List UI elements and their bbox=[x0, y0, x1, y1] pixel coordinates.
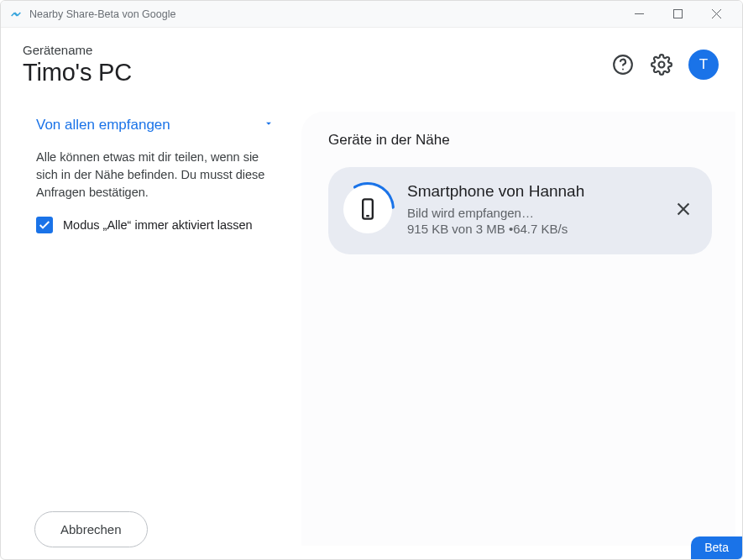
help-button[interactable] bbox=[611, 53, 635, 76]
chevron-down-icon bbox=[263, 117, 275, 133]
phone-icon bbox=[343, 185, 392, 233]
minimize-button[interactable] bbox=[620, 1, 658, 28]
header-actions: T bbox=[611, 50, 719, 80]
cancel-button[interactable]: Abbrechen bbox=[34, 511, 148, 547]
beta-badge: Beta bbox=[691, 536, 742, 559]
always-all-mode-row[interactable]: Modus „Alle“ immer aktiviert lassen bbox=[23, 217, 283, 233]
close-window-button[interactable] bbox=[697, 1, 735, 28]
device-name-label: Gerätename bbox=[23, 43, 611, 57]
device-thumbnail bbox=[343, 185, 392, 233]
sidebar: Von allen empfangen Alle können etwas mi… bbox=[23, 112, 291, 546]
settings-button[interactable] bbox=[650, 53, 673, 76]
device-card-name: Smartphone von Hannah bbox=[407, 182, 657, 201]
cancel-transfer-button[interactable] bbox=[672, 197, 695, 221]
visibility-dropdown-label: Von allen empfangen bbox=[36, 117, 170, 133]
device-name: Timo's PC bbox=[23, 59, 611, 86]
window-title: Nearby Share-Beta von Google bbox=[29, 8, 620, 20]
avatar-initial: T bbox=[699, 56, 708, 73]
device-name-block: Gerätename Timo's PC bbox=[23, 43, 611, 86]
checkbox-checked-icon bbox=[36, 217, 53, 233]
visibility-dropdown[interactable]: Von allen empfangen bbox=[23, 112, 283, 139]
svg-point-6 bbox=[659, 62, 665, 68]
avatar[interactable]: T bbox=[688, 50, 719, 80]
maximize-button[interactable] bbox=[658, 1, 697, 28]
visibility-description: Alle können etwas mit dir teilen, wenn s… bbox=[23, 149, 283, 201]
checkbox-label: Modus „Alle“ immer aktiviert lassen bbox=[63, 218, 253, 232]
header: Gerätename Timo's PC T bbox=[1, 28, 742, 95]
device-info: Smartphone von Hannah Bild wird empfange… bbox=[407, 182, 657, 236]
transfer-status: Bild wird empfangen… bbox=[407, 206, 657, 220]
titlebar: Nearby Share-Beta von Google bbox=[1, 1, 742, 28]
svg-rect-1 bbox=[673, 10, 682, 18]
transfer-progress: 915 KB von 3 MB •64.7 KB/s bbox=[407, 222, 657, 236]
nearby-devices-title: Geräte in der Nähe bbox=[328, 132, 712, 149]
app-icon bbox=[9, 8, 23, 21]
main-panel: Geräte in der Nähe Smartphone von Hannah… bbox=[301, 112, 735, 546]
device-card: Smartphone von Hannah Bild wird empfange… bbox=[328, 167, 712, 254]
svg-point-5 bbox=[622, 68, 624, 70]
body: Von allen empfangen Alle können etwas mi… bbox=[1, 95, 742, 546]
